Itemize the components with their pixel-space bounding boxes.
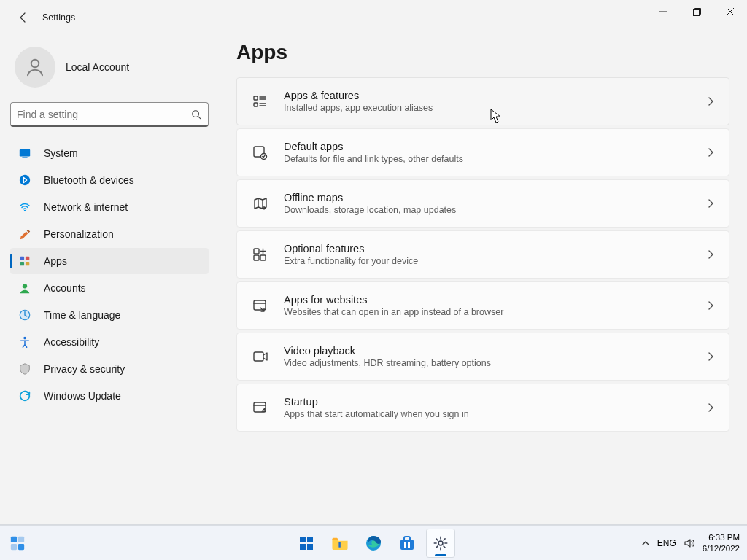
svg-point-11 — [23, 284, 27, 288]
svg-rect-9 — [20, 262, 24, 265]
card-video-playback[interactable]: Video playbackVideo adjustments, HDR str… — [236, 332, 729, 381]
chevron-right-icon — [705, 147, 716, 158]
sidebar-item-bluetooth[interactable]: Bluetooth & devices — [10, 167, 209, 193]
taskbar-right: ENG 6:33 PM 6/12/2022 — [641, 532, 740, 553]
card-offline-maps[interactable]: Offline mapsDownloads, storage location,… — [236, 179, 729, 228]
svg-rect-27 — [11, 543, 17, 549]
card-title: Video playback — [284, 345, 691, 357]
card-text: Default appsDefaults for file and link t… — [284, 141, 691, 164]
maximize-button[interactable] — [680, 0, 713, 23]
svg-point-13 — [23, 337, 26, 340]
svg-rect-37 — [408, 542, 410, 545]
main-content: Apps Apps & featuresInstalled apps, app … — [219, 35, 747, 560]
svg-rect-38 — [404, 545, 406, 548]
card-apps-features[interactable]: Apps & featuresInstalled apps, app execu… — [236, 77, 729, 125]
sidebar-item-label: Windows Update — [44, 390, 121, 402]
tray-chevron[interactable] — [641, 539, 650, 548]
accessibility-icon — [18, 335, 32, 349]
card-subtitle: Downloads, storage location, map updates — [284, 205, 691, 215]
sidebar-item-label: Time & language — [44, 309, 120, 321]
card-subtitle: Websites that can open in an app instead… — [284, 307, 691, 317]
svg-point-6 — [24, 210, 26, 211]
sidebar-item-label: Privacy & security — [44, 363, 125, 375]
svg-rect-25 — [11, 536, 17, 542]
store-button[interactable] — [392, 529, 422, 558]
settings-cards: Apps & featuresInstalled apps, app execu… — [236, 77, 729, 432]
search-box[interactable] — [10, 102, 209, 127]
sidebar-item-label: System — [44, 147, 78, 159]
arrow-left-icon — [18, 12, 29, 23]
card-apps-websites[interactable]: Apps for websitesWebsites that can open … — [236, 281, 729, 330]
sidebar-item-personalization[interactable]: Personalization — [10, 221, 209, 247]
windows-icon — [298, 534, 315, 552]
start-button[interactable] — [292, 529, 321, 558]
sidebar-item-network[interactable]: Network & internet — [10, 194, 209, 220]
card-title: Offline maps — [284, 192, 691, 203]
person-icon — [24, 56, 46, 78]
settings-window: Settings Local Account — [0, 0, 747, 560]
svg-rect-29 — [300, 537, 306, 542]
svg-rect-21 — [260, 255, 266, 260]
sidebar-item-apps[interactable]: Apps — [10, 248, 209, 274]
sidebar-item-accessibility[interactable]: Accessibility — [10, 329, 209, 355]
svg-rect-33 — [338, 542, 340, 547]
card-optional-feat[interactable]: Optional featuresExtra functionality for… — [236, 230, 729, 279]
sidebar-item-accounts[interactable]: Accounts — [10, 275, 209, 301]
search-icon — [190, 109, 202, 120]
sidebar-item-label: Network & internet — [44, 201, 128, 213]
svg-point-5 — [20, 175, 30, 185]
titlebar: Settings — [0, 0, 747, 35]
svg-rect-23 — [254, 352, 263, 361]
svg-rect-7 — [20, 257, 24, 260]
volume-button[interactable] — [684, 537, 695, 549]
explorer-button[interactable] — [325, 529, 355, 558]
apps-icon — [18, 254, 32, 268]
clock[interactable]: 6:33 PM 6/12/2022 — [703, 532, 740, 553]
card-subtitle: Video adjustments, HDR streaming, batter… — [284, 358, 691, 368]
card-title: Apps & features — [284, 90, 691, 101]
taskbar-center — [292, 529, 455, 558]
svg-rect-4 — [22, 157, 27, 158]
nav-list: SystemBluetooth & devicesNetwork & inter… — [0, 139, 219, 409]
sidebar-item-privacy[interactable]: Privacy & security — [10, 356, 209, 382]
search-input[interactable] — [17, 109, 190, 120]
edge-button[interactable] — [359, 529, 388, 558]
svg-rect-15 — [254, 96, 258, 100]
svg-rect-10 — [26, 262, 29, 265]
search-wrap — [0, 102, 219, 139]
widgets-icon — [9, 535, 26, 551]
card-title: Optional features — [284, 243, 691, 254]
chevron-right-icon — [705, 402, 716, 413]
minimize-button[interactable] — [646, 0, 680, 23]
card-text: Apps & featuresInstalled apps, app execu… — [284, 90, 691, 113]
settings-taskbar-button[interactable] — [426, 529, 455, 558]
sidebar-item-update[interactable]: Windows Update — [10, 383, 209, 409]
offline-maps-icon — [250, 194, 269, 213]
caption-buttons — [646, 0, 747, 23]
edge-icon — [365, 534, 382, 552]
store-icon — [398, 534, 416, 552]
apps-features-icon — [250, 92, 269, 111]
chevron-right-icon — [705, 198, 716, 209]
back-button[interactable] — [12, 6, 35, 29]
svg-rect-24 — [254, 402, 266, 412]
svg-rect-26 — [18, 536, 24, 542]
chevron-right-icon — [705, 249, 716, 260]
svg-point-40 — [438, 541, 443, 545]
privacy-icon — [18, 362, 32, 376]
profile-block[interactable]: Local Account — [0, 44, 219, 102]
card-title: Apps for websites — [284, 294, 691, 306]
svg-rect-19 — [254, 249, 259, 254]
svg-rect-36 — [404, 542, 406, 545]
close-icon — [727, 8, 734, 15]
widgets-button[interactable] — [7, 533, 28, 553]
sidebar-item-time[interactable]: Time & language — [10, 302, 209, 328]
sidebar-item-system[interactable]: System — [10, 140, 209, 166]
card-default-apps[interactable]: Default appsDefaults for file and link t… — [236, 128, 729, 176]
card-startup[interactable]: StartupApps that start automatically whe… — [236, 384, 729, 432]
language-indicator[interactable]: ENG — [657, 538, 676, 548]
card-title: Default apps — [284, 141, 691, 152]
close-button[interactable] — [713, 0, 747, 23]
svg-rect-31 — [300, 544, 306, 550]
gear-icon — [433, 535, 449, 551]
